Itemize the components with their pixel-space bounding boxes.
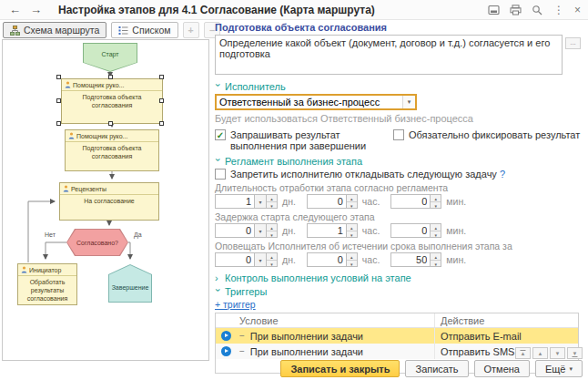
window-settings-icon[interactable] (488, 5, 500, 15)
move-up-button[interactable]: ▲ (532, 347, 548, 359)
save-button[interactable]: Записать (405, 360, 468, 377)
zoom-in-button[interactable]: + (183, 22, 199, 38)
section-control[interactable]: › Контроль выполнения условий на этапе (215, 272, 583, 283)
spin-up-icon[interactable]: ▴ (347, 195, 357, 202)
section-reglament-label: Регламент выполнения этапа (225, 156, 362, 167)
spin-down-icon[interactable]: ▾ (267, 202, 277, 210)
days-dropdown-button[interactable]: ▾ (255, 252, 267, 267)
days-spinner[interactable]: ▴▾ (267, 252, 278, 267)
stage-description-field[interactable]: Определение какой объект (документ, дого… (215, 35, 563, 75)
cancel-button[interactable]: Отмена (474, 360, 530, 377)
selection-handle[interactable] (56, 75, 61, 79)
decision-node[interactable]: Согласовано? (66, 229, 128, 256)
selection-handle[interactable] (56, 121, 61, 126)
schema-view-button[interactable]: Схема маршрута (3, 22, 106, 38)
section-reglament[interactable]: › Регламент выполнения этапа (215, 156, 583, 167)
close-icon[interactable]: × (574, 4, 581, 16)
duration-hours-input[interactable] (307, 194, 347, 209)
fix-result-checkbox[interactable] (393, 129, 404, 140)
executor-input[interactable] (217, 96, 402, 108)
minutes-spinner[interactable]: ▴▾ (431, 223, 441, 238)
person-icon (65, 81, 71, 88)
days-spinner[interactable]: ▴▾ (267, 194, 278, 209)
days-dropdown-button[interactable]: ▾ (255, 194, 267, 209)
spin-down-icon[interactable]: ▾ (431, 231, 441, 239)
delay-hours-input[interactable] (307, 223, 347, 238)
days-unit-label: дн. (282, 196, 296, 207)
trigger-icon (221, 346, 231, 356)
spin-up-icon[interactable]: ▴ (267, 224, 277, 231)
hours-spinner[interactable]: ▴▾ (347, 194, 358, 209)
route-map-canvas[interactable]: Старт Помощник руко... Подготовка объект… (2, 39, 209, 361)
spin-up-icon[interactable]: ▴ (431, 224, 441, 231)
spin-down-icon[interactable]: ▾ (431, 261, 441, 268)
spin-down-icon[interactable]: ▾ (347, 202, 357, 210)
search-icon[interactable] (532, 5, 543, 16)
more-button[interactable]: Ещё▾ (535, 360, 583, 377)
stage-node[interactable]: Помощник руко... Подготовка объекта согл… (65, 129, 159, 171)
save-and-close-button[interactable]: Записать и закрыть (280, 360, 400, 377)
move-top-button[interactable]: ▲ (515, 347, 531, 359)
duration-minutes-input[interactable] (390, 194, 431, 209)
spin-up-icon[interactable]: ▴ (347, 253, 357, 261)
help-question-link[interactable]: ? (500, 169, 505, 180)
notify-minutes-input[interactable] (390, 252, 431, 267)
spin-down-icon[interactable]: ▾ (267, 231, 277, 239)
selection-handle[interactable] (159, 121, 164, 126)
open-description-button[interactable]: ... (565, 37, 581, 49)
spin-down-icon[interactable]: ▾ (347, 231, 357, 239)
selection-handle[interactable] (159, 98, 164, 103)
stage-node-selected[interactable]: Помощник руко... Подготовка объекта согл… (61, 78, 163, 124)
back-icon[interactable]: ← (9, 3, 21, 16)
spin-down-icon[interactable]: ▾ (431, 202, 441, 210)
notify-label: Оповещать Исполнителя об истечении срока… (215, 241, 583, 252)
trigger-row[interactable]: − При выполнении задачи Отправить E-mail (216, 328, 578, 344)
delay-minutes-input[interactable] (390, 223, 431, 238)
move-bottom-button[interactable]: ▼ (567, 347, 583, 359)
trigger-condition: При выполнении задачи (250, 346, 363, 357)
selection-handle[interactable] (108, 75, 113, 79)
selection-handle[interactable] (159, 75, 164, 79)
executor-dropdown-button[interactable]: ▾ (402, 96, 415, 108)
add-trigger-link[interactable]: + триггер (215, 299, 256, 310)
list-view-button[interactable]: Списком (111, 22, 177, 38)
minutes-unit-label: мин. (446, 196, 466, 207)
section-executor[interactable]: › Исполнитель (215, 81, 583, 92)
section-triggers[interactable]: › Триггеры (215, 286, 583, 297)
minutes-unit-label: мин. (446, 254, 466, 265)
delay-row: ▾ ▴▾ дн. ▴▾ час. ▴▾ мин. (215, 223, 583, 238)
selection-handle[interactable] (108, 121, 113, 126)
hours-spinner[interactable]: ▴▾ (347, 252, 358, 267)
hours-unit-label: час. (362, 225, 380, 236)
move-down-button[interactable]: ▼ (550, 347, 565, 359)
forbid-postpone-checkbox[interactable] (215, 169, 226, 180)
hours-spinner[interactable]: ▴▾ (347, 223, 358, 238)
initiator-node-role: Инициатор (29, 267, 61, 273)
flowchart-icon (10, 26, 20, 36)
forward-icon[interactable]: → (30, 3, 42, 16)
spin-up-icon[interactable]: ▴ (267, 195, 277, 202)
duration-days-input[interactable] (215, 194, 255, 209)
notify-days-input[interactable] (215, 252, 255, 267)
print-icon[interactable] (510, 5, 522, 15)
trigger-icon (221, 331, 231, 341)
selection-handle[interactable] (56, 98, 61, 103)
request-result-checkbox[interactable]: ✓ (215, 129, 226, 140)
stage-node[interactable]: Рецензенты На согласование (59, 182, 159, 221)
spin-up-icon[interactable]: ▴ (267, 253, 277, 261)
days-spinner[interactable]: ▴▾ (267, 223, 278, 238)
days-dropdown-button[interactable]: ▾ (255, 223, 267, 238)
spin-down-icon[interactable]: ▾ (347, 261, 357, 268)
spin-up-icon[interactable]: ▴ (431, 253, 441, 261)
spin-down-icon[interactable]: ▾ (267, 261, 277, 268)
chevron-right-icon: › (215, 272, 221, 283)
notify-hours-input[interactable] (307, 252, 347, 267)
delay-days-input[interactable] (215, 223, 255, 238)
minutes-spinner[interactable]: ▴▾ (431, 194, 441, 209)
initiator-node[interactable]: Инициатор Обработать результаты согласов… (17, 263, 77, 305)
spin-up-icon[interactable]: ▴ (431, 195, 441, 202)
spin-up-icon[interactable]: ▴ (347, 224, 357, 231)
executor-field[interactable]: ▾ (215, 94, 417, 110)
minutes-spinner[interactable]: ▴▾ (431, 252, 441, 267)
more-icon[interactable]: ⋮ (553, 4, 564, 16)
